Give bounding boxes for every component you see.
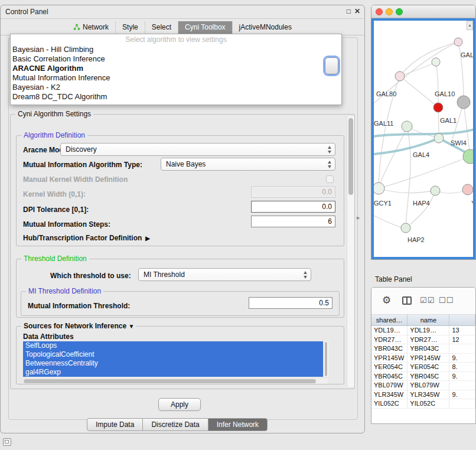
table-row[interactable]: YBR043C YBR043C xyxy=(371,344,475,354)
algorithm-option[interactable]: Bayesian - K2 xyxy=(11,83,341,92)
network-window-titlebar[interactable] xyxy=(371,5,475,18)
table-cell xyxy=(449,381,475,390)
network-node[interactable] xyxy=(395,71,405,81)
tab-label: Cyni Toolbox xyxy=(185,21,225,34)
attribute-list-hscrollbar[interactable] xyxy=(23,379,328,384)
table-row[interactable]: YPR145W YPR145W 9. xyxy=(371,354,475,363)
aracne-mode-select[interactable]: Discovery xyxy=(60,143,335,156)
network-node[interactable] xyxy=(463,149,474,164)
scroll-up-icon[interactable]: ▲ xyxy=(467,21,473,30)
table-row[interactable]: YIL052C YIL052C xyxy=(371,399,475,409)
tab-infer-network[interactable]: Infer Network xyxy=(208,418,268,431)
node-label: GAL80 xyxy=(376,90,396,97)
network-node[interactable] xyxy=(432,58,440,66)
attribute-item[interactable]: gal4RGexp xyxy=(23,368,323,377)
table-cell: 9. xyxy=(449,354,475,363)
table-row[interactable]: YLR345W YLR345W 9. xyxy=(371,390,475,400)
network-node[interactable] xyxy=(431,186,440,195)
restore-panel-icon[interactable] xyxy=(3,438,11,446)
sources-toggle[interactable]: Sources for Network Inference ▼ xyxy=(21,322,136,330)
close-icon[interactable]: ✕ xyxy=(354,7,360,15)
kernel-width-field: 0.0 xyxy=(251,186,335,198)
apply-button[interactable]: Apply xyxy=(158,398,201,411)
tab-discretize-data[interactable]: Discretize Data xyxy=(142,418,208,431)
algorithm-placeholder: Select algorithm to view settings xyxy=(11,34,341,45)
network-canvas[interactable]: GAL GAL80 GAL10 GAL11 GAL1 SWI4 GAL4 GCY… xyxy=(374,21,474,259)
which-threshold-value: MI Threshold xyxy=(144,270,185,279)
network-node[interactable] xyxy=(433,103,443,112)
attribute-item[interactable]: BetweennessCentrality xyxy=(23,359,323,368)
table-toolbar: ⚙ ☑☑ ☐☐ xyxy=(371,288,475,315)
table-row[interactable]: YBR045C YBR045C 9. xyxy=(371,372,475,381)
mi-type-label: Mutual Information Algorithm Type: xyxy=(23,161,142,169)
tab-cyni-toolbox[interactable]: Cyni Toolbox xyxy=(178,21,232,34)
gear-icon[interactable]: ⚙ xyxy=(382,294,391,306)
table-header-row: shared… name xyxy=(371,315,475,326)
node-label: GAL xyxy=(461,51,474,58)
network-node[interactable] xyxy=(457,96,470,109)
node-label: GAL1 xyxy=(440,117,457,124)
algorithm-option[interactable]: Dream8 DC_TDC Algorithm xyxy=(11,92,341,102)
table-row[interactable]: YDL19… YDL19… 13 xyxy=(371,326,475,335)
algorithm-option[interactable]: Mutual Information Inference xyxy=(11,73,341,83)
panel-splitter-handle[interactable]: ▸ xyxy=(357,214,360,221)
column-header[interactable]: shared… xyxy=(371,315,407,325)
network-node[interactable] xyxy=(462,184,473,195)
tab-select[interactable]: Select xyxy=(145,21,178,34)
network-node[interactable] xyxy=(374,182,384,194)
network-node[interactable] xyxy=(434,133,444,143)
minimize-traffic-light[interactable] xyxy=(386,8,393,15)
settings-scrollbar-thumb[interactable] xyxy=(348,118,353,195)
tab-jactivemnodules[interactable]: jActiveMNodules xyxy=(232,21,298,34)
table-cell: YDR27… xyxy=(407,335,449,344)
algorithm-option-selected[interactable]: ARACNE Algorithm xyxy=(11,64,341,73)
algorithm-settings-button[interactable] xyxy=(325,57,338,74)
dpi-tolerance-field[interactable]: 0.0 xyxy=(251,201,335,213)
table-row[interactable]: YDR27… YDR27… 12 xyxy=(371,335,475,345)
table-panel-window: Table Panel ⚙ ☑☑ ☐☐ shared… name YDL19… … xyxy=(371,272,476,424)
zoom-traffic-light[interactable] xyxy=(396,8,403,15)
select-all-columns-icon[interactable]: ☑☑ xyxy=(420,296,435,305)
control-panel-titlebar[interactable]: Control Panel □ ✕ xyxy=(1,5,364,19)
stepper-icon xyxy=(303,271,308,279)
column-header[interactable] xyxy=(449,315,475,325)
table-row[interactable]: YER054C YER054C 8. xyxy=(371,363,475,372)
mi-threshold-label: Mutual Information Threshold: xyxy=(28,302,130,310)
table-columns-icon[interactable] xyxy=(402,296,412,305)
network-node[interactable] xyxy=(402,121,412,132)
mi-type-select[interactable]: Naive Bayes xyxy=(161,158,335,171)
attribute-item[interactable]: SelfLoops xyxy=(23,341,323,350)
algorithm-definition-title: Algorithm Definition xyxy=(21,131,87,139)
network-node[interactable] xyxy=(401,223,410,233)
which-threshold-select[interactable]: MI Threshold xyxy=(138,268,311,281)
mi-steps-field[interactable]: 6 xyxy=(251,216,335,227)
table-cell: YIL052C xyxy=(371,399,407,408)
table-cell: 9. xyxy=(449,372,475,381)
tab-label: Style xyxy=(122,21,138,34)
hub-definition-toggle[interactable]: Hub/Transcription Factor Definition▶ xyxy=(23,234,150,242)
table-cell: YIL052C xyxy=(407,399,449,408)
settings-scrollbar[interactable] xyxy=(347,116,354,387)
minimize-icon[interactable]: □ xyxy=(347,7,351,15)
unselect-all-columns-icon[interactable]: ☐☐ xyxy=(439,296,454,305)
manual-kernel-label: Manual Kernel Width Definition xyxy=(23,175,128,184)
table-cell: YPR145W xyxy=(371,354,407,363)
tab-style[interactable]: Style xyxy=(115,21,145,34)
algorithm-option[interactable]: Basic Correlation Inference xyxy=(11,54,341,64)
table-cell xyxy=(449,344,475,353)
table-cell: YLR345W xyxy=(371,390,407,399)
algorithm-option[interactable]: Bayesian - Hill Climbing xyxy=(11,45,341,54)
tab-impute-data[interactable]: Impute Data xyxy=(87,418,143,431)
tab-label: Select xyxy=(152,21,171,34)
node-label: SWI4 xyxy=(451,139,467,146)
attribute-item[interactable]: TopologicalCoefficient xyxy=(23,350,323,359)
mi-threshold-field[interactable]: 0.5 xyxy=(249,297,332,309)
column-header[interactable]: name xyxy=(407,315,449,325)
attribute-list-scrollbar[interactable] xyxy=(323,341,328,377)
kernel-width-label: Kernel Width (0,1): xyxy=(23,190,86,198)
network-node[interactable] xyxy=(454,38,462,46)
tab-network[interactable]: Network xyxy=(67,21,115,34)
close-traffic-light[interactable] xyxy=(376,8,383,15)
which-threshold-label: Which threshold to use: xyxy=(50,272,131,280)
table-row[interactable]: YBL079W YBL079W xyxy=(371,381,475,390)
